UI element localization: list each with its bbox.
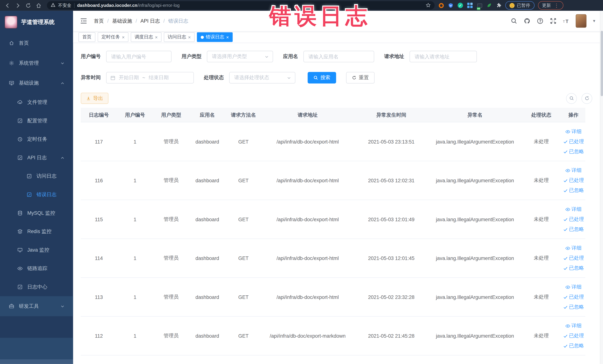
security-label[interactable]: 不安全: [58, 2, 71, 8]
row-action-ignored[interactable]: 已忽略: [563, 265, 584, 271]
search-icon[interactable]: [510, 17, 518, 24]
sidebar-item-redis[interactable]: Redis 监控: [0, 222, 73, 241]
close-icon[interactable]: ×: [226, 35, 229, 39]
column-header[interactable]: 用户类型: [153, 108, 189, 122]
column-header[interactable]: 异常名: [429, 108, 521, 122]
sidebar-item-config[interactable]: 配置管理: [0, 112, 73, 130]
column-header[interactable]: 用户编号: [117, 108, 153, 122]
row-action-ignored[interactable]: 已忽略: [563, 342, 584, 349]
request-url-input[interactable]: [409, 51, 477, 62]
tab-定时任务[interactable]: 定时任务×: [98, 32, 128, 42]
scrollbar[interactable]: [600, 11, 603, 364]
extensions-puzzle-icon[interactable]: [496, 2, 502, 8]
close-icon[interactable]: ×: [122, 35, 125, 39]
sidebar-item-error-log[interactable]: 错误日志: [0, 186, 73, 204]
breadcrumb-item[interactable]: API 日志: [140, 17, 160, 24]
breadcrumb-item[interactable]: 基础设施: [112, 17, 132, 24]
close-icon[interactable]: ×: [188, 35, 191, 39]
scrollbar-thumb[interactable]: [601, 31, 603, 96]
column-header[interactable]: 处理状态: [521, 108, 561, 122]
row-action-ignored[interactable]: 已忽略: [563, 187, 584, 194]
sidebar-item-api-log[interactable]: API 日志: [0, 149, 73, 167]
browser-menu-icon[interactable]: ⋮: [554, 2, 559, 8]
sidebar-collapse-strip[interactable]: [0, 359, 73, 364]
close-icon[interactable]: ×: [155, 35, 158, 39]
row-action-detail[interactable]: 详细: [565, 167, 581, 174]
help-icon[interactable]: [536, 17, 544, 24]
column-header[interactable]: 日志编号: [81, 108, 117, 122]
column-header[interactable]: 应用名: [189, 108, 225, 122]
row-action-detail[interactable]: 详细: [565, 206, 581, 213]
extension-grid-icon[interactable]: [467, 2, 473, 8]
tab-首页[interactable]: 首页: [78, 32, 95, 42]
breadcrumb-item[interactable]: 首页: [94, 17, 104, 24]
export-button[interactable]: 导出: [81, 93, 108, 104]
chevron-down-icon[interactable]: ▼: [592, 19, 596, 23]
sidebar-item-system[interactable]: 系统管理: [0, 53, 73, 73]
search-button[interactable]: 搜索: [308, 72, 336, 83]
row-action-processed[interactable]: 已处理: [563, 294, 584, 300]
row-action-ignored[interactable]: 已忽略: [563, 304, 584, 310]
forward-icon[interactable]: [14, 2, 21, 9]
sidebar-item-trace[interactable]: 链路追踪: [0, 259, 73, 278]
sidebar-item-file[interactable]: 文件管理: [0, 93, 73, 112]
row-action-detail[interactable]: 详细: [565, 322, 581, 329]
user-type-select[interactable]: 请选择用户类型: [207, 51, 273, 62]
process-status-select[interactable]: 请选择处理状态: [229, 72, 295, 83]
column-header[interactable]: 请求地址: [262, 108, 354, 122]
bookmark-star-icon[interactable]: [426, 2, 431, 8]
app-name-input[interactable]: [303, 51, 374, 62]
extension-on-badge-icon[interactable]: [476, 2, 483, 8]
sidebar-item-log-center[interactable]: 日志中心: [0, 278, 73, 296]
row-action-ignored[interactable]: 已忽略: [563, 226, 584, 233]
font-size-icon[interactable]: TT: [563, 17, 570, 24]
address-bar[interactable]: 不安全 dashboard.yudao.iocoder.cn/infra/log…: [47, 1, 434, 10]
table-row: 1121管理员dashboardGET/api/infra/db-doc/exp…: [81, 317, 585, 355]
row-action-processed[interactable]: 已处理: [563, 216, 584, 223]
tab-访问日志[interactable]: 访问日志×: [164, 32, 195, 42]
tab-错误日志[interactable]: 错误日志×: [197, 32, 233, 42]
sidebar-item-devtools[interactable]: 研发工具: [0, 296, 73, 316]
sidebar-item-mysql[interactable]: MySQL 监控: [0, 204, 73, 223]
avatar[interactable]: [576, 14, 587, 28]
row-action-processed[interactable]: 已处理: [563, 177, 584, 184]
cell-log-id: 115: [81, 200, 117, 238]
home-browser-icon[interactable]: [35, 2, 42, 9]
sidebar-item-home[interactable]: 首页: [0, 33, 73, 53]
row-action-detail[interactable]: 详细: [565, 245, 581, 251]
toggle-search-button[interactable]: [566, 93, 577, 104]
cell-url: /api/infra/db-doc/export-html: [262, 161, 354, 200]
exception-time-range[interactable]: 开始日期 ~ 结束日期: [106, 72, 194, 83]
extension-orange-icon[interactable]: [438, 2, 444, 8]
column-header[interactable]: 操作: [561, 108, 585, 122]
row-action-processed[interactable]: 已处理: [563, 138, 584, 145]
cell-user-id: 1: [117, 161, 153, 200]
row-action-ignored[interactable]: 已忽略: [563, 148, 584, 155]
url-text[interactable]: dashboard.yudao.iocoder.cn/infra/log/api…: [77, 3, 180, 8]
user-id-input[interactable]: [106, 51, 172, 62]
sidebar-item-java[interactable]: Java 监控: [0, 241, 73, 259]
column-header[interactable]: 请求方法名: [225, 108, 262, 122]
sidebar-item-infra[interactable]: 基础设施: [0, 73, 73, 93]
extension-green-check-icon[interactable]: ✓: [457, 2, 464, 8]
fullscreen-icon[interactable]: [550, 17, 557, 24]
sidebar-item-job[interactable]: 定时任务: [0, 130, 73, 149]
hamburger-icon[interactable]: [78, 15, 89, 27]
update-badge[interactable]: 更新 ⋮: [538, 1, 563, 10]
row-action-processed[interactable]: 已处理: [563, 332, 584, 339]
back-icon[interactable]: [4, 2, 11, 9]
column-header[interactable]: 异常发生时间: [354, 108, 429, 122]
reset-button[interactable]: 重置: [346, 72, 375, 83]
sidebar-item-access-log[interactable]: 访问日志: [0, 167, 73, 186]
reload-icon[interactable]: [25, 2, 32, 9]
row-action-detail[interactable]: 详细: [565, 283, 581, 290]
app-logo-row[interactable]: 芋道管理系统: [0, 11, 73, 33]
extension-leaf-icon[interactable]: [486, 2, 492, 8]
row-action-processed[interactable]: 已处理: [563, 255, 584, 261]
paused-extension-badge[interactable]: 已暂停: [505, 1, 534, 10]
refresh-button[interactable]: [581, 93, 592, 104]
github-icon[interactable]: [523, 17, 531, 24]
tab-调度日志[interactable]: 调度日志×: [131, 32, 162, 42]
extension-shield-icon[interactable]: [448, 2, 454, 8]
row-action-detail[interactable]: 详细: [565, 128, 581, 135]
